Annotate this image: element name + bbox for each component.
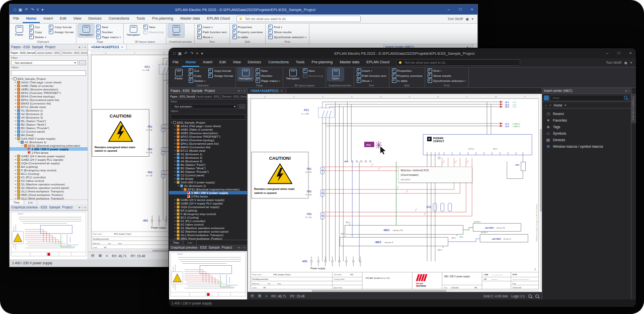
maximize-button[interactable]: □: [613, 48, 624, 58]
ribbon-button-open[interactable]: Open: [168, 24, 184, 37]
ribbon-button-new[interactable]: New: [302, 68, 324, 73]
insert-center-item-favorites[interactable]: ★Favorites: [542, 117, 631, 124]
ribbon-button-properties[interactable]: Properties: [231, 25, 264, 29]
insert-center-item-window-macros-symbol-macros[interactable]: ⊞Window macros / symbol macros: [542, 143, 631, 150]
tree-item[interactable]: ▸EPA1 (Summarized parts list): [169, 142, 247, 145]
schematic-canvas[interactable]: 01 23 45 67 89 Protected by copyright. P…: [248, 94, 542, 292]
save-icon[interactable]: ▣: [178, 51, 182, 56]
ribbon-tab-insert[interactable]: Insert: [199, 58, 215, 67]
ribbon-search-input[interactable]: [244, 17, 358, 21]
breaker-fc2[interactable]: -FC2: [426, 203, 452, 212]
undo-icon[interactable]: ↶: [184, 51, 188, 56]
ribbon-tab-connections[interactable]: Connections: [265, 58, 292, 67]
snap-icon[interactable]: +: [106, 254, 108, 258]
tree-item[interactable]: ▸EFA4 (Overview topology): [169, 138, 247, 142]
tree-item[interactable]: ▸EA (Lighting): [169, 208, 247, 212]
ribbon-button-find[interactable]: Find▾: [427, 68, 467, 73]
tree-item[interactable]: ▸EFA2 (Overview "PROFINET"): [10, 91, 88, 94]
tree-item[interactable]: ▸C2 (Control panel): [169, 173, 247, 177]
tab-list[interactable]: List: [24, 200, 37, 204]
tree-item[interactable]: ▸ETC1 (Model view): [10, 105, 88, 109]
ribbon-button-copy-format[interactable]: Copy format: [48, 25, 74, 29]
panel-close-icon[interactable]: ×: [84, 206, 86, 209]
ribbon-button-paste[interactable]: Paste: [171, 68, 187, 81]
tree-item[interactable]: ▸A1 (Enclosure 1): [10, 109, 88, 112]
ribbon-button-copy[interactable]: Copy: [28, 30, 47, 34]
insert-center-search-input[interactable]: [552, 95, 624, 100]
ribbon-tab-eplan-cloud[interactable]: EPLAN Cloud: [363, 58, 393, 67]
panel-pin-icon[interactable]: ▫: [628, 89, 629, 92]
ribbon-button-page-macro[interactable]: Page macro▾: [255, 78, 281, 83]
vertical-scrollbar[interactable]: [540, 94, 542, 290]
tab-list[interactable]: List: [184, 240, 197, 245]
ribbon-button-number[interactable]: Number: [255, 73, 281, 78]
ribbon-button-cut[interactable]: Cut: [188, 68, 206, 73]
tree-item[interactable]: ▸B2 (Station "Work"): [10, 123, 88, 126]
insert-center-item-tags[interactable]: ◈Tags: [542, 124, 631, 130]
busbar-we1[interactable]: -WE1:1 -WE1:2 -WE1 = Busbar PE: [345, 222, 463, 239]
tree-item[interactable]: ▸S2 (Machine operation control panel): [169, 230, 247, 233]
ribbon-button-move[interactable]: Move▾: [356, 78, 387, 83]
page-tab[interactable]: =GAA+A1&EFS1/1 ×: [88, 44, 127, 50]
insert-center-search[interactable]: [550, 95, 629, 101]
ribbon-tab-tools[interactable]: Tools: [292, 58, 308, 67]
ribbon-tab-connections[interactable]: Connections: [105, 15, 133, 23]
ribbon-button-open[interactable]: Open: [328, 68, 344, 81]
ribbon-tab-eplan-cloud[interactable]: EPLAN Cloud: [203, 15, 233, 23]
tree-item[interactable]: ▸EA (Lighting): [10, 165, 88, 168]
redo-icon[interactable]: ↷: [31, 8, 34, 12]
tree-item[interactable]: ▸AAB1 (Table of contents): [169, 128, 247, 131]
ribbon-button-navigator[interactable]: Navigator: [237, 68, 254, 81]
ribbon-button-navigator[interactable]: Navigator: [78, 24, 94, 37]
graphical-preview[interactable]: [10, 211, 88, 259]
tree-item[interactable]: ▸S1 (Machine operation enclosure): [10, 182, 88, 186]
ribbon-tab-file[interactable]: File: [169, 58, 182, 67]
ribbon-button-navigator[interactable]: Navigator: [125, 24, 141, 37]
layer-icon[interactable]: ▤: [91, 254, 95, 258]
tree-item[interactable]: ▸AAA1 (Title page / cover sheet): [10, 80, 88, 84]
ribbon-button-insert[interactable]: Insert▾: [196, 25, 228, 29]
tree-item[interactable]: ▸B4 (Field): [169, 177, 247, 180]
ribbon-search[interactable]: [396, 59, 520, 66]
ribbon-button-assign-format[interactable]: Assign format: [48, 30, 74, 34]
tree-item[interactable]: ▾EFS1 (Electrical engineering schematic): [10, 144, 88, 147]
ribbon-tab-tools[interactable]: Tools: [133, 15, 148, 23]
tree-item[interactable]: ▸ADB1 (Structure description): [10, 87, 88, 91]
ribbon-tab-pre-planning[interactable]: Pre-planning: [308, 58, 336, 67]
ribbon-tab-insert[interactable]: Insert: [40, 15, 56, 23]
device-pf1[interactable]: -PF1: [515, 162, 525, 171]
tree-item[interactable]: ▸GAB1 (24 V device power supply): [10, 154, 88, 158]
zoom-window-icon[interactable]: [535, 294, 539, 298]
panel-tab-layout-space-ess-sa-[interactable]: Layout space - ESS_Sa...: [195, 94, 221, 99]
panel-dropdown-icon[interactable]: ▾: [625, 89, 627, 92]
panel-close-icon[interactable]: ×: [244, 246, 246, 249]
user-chip[interactable]: Tom Wolff ☻ ▾: [606, 58, 636, 67]
titlebar[interactable]: □ ▣ ↶ ↷ ≡ ▾ EPLAN Electric P8 2023 - E:\…: [10, 5, 477, 15]
tree-item[interactable]: ▸C2 (Control panel): [10, 130, 88, 133]
ribbon-button-show-results[interactable]: Show results: [267, 30, 307, 34]
ribbon-button-copy[interactable]: Copy: [188, 73, 206, 78]
horizontal-scrollbar[interactable]: [248, 290, 540, 292]
tree-item[interactable]: ▸B1 (Station "Feed"): [10, 119, 88, 123]
grid-size[interactable]: Grid C: 4.00 mm: [484, 294, 508, 298]
ribbon-button-paste[interactable]: Paste: [11, 24, 27, 37]
caution-note[interactable]: CAUTION! Remains energized when main swi…: [92, 110, 149, 157]
ribbon-button-measuring[interactable]: Measuring: [142, 30, 165, 34]
save-icon[interactable]: ▣: [19, 8, 23, 12]
insert-center-header[interactable]: Insert center (NEC) ▾ ▫: [542, 88, 631, 94]
tree-item[interactable]: ▸F (Emergency-stop control): [169, 212, 247, 216]
tree-item[interactable]: ▸GAB1 (24 V device power supply): [169, 198, 247, 201]
power-supply-device[interactable]: P PHOENIX CONTACT OUTPUT INPUT: [423, 134, 532, 159]
ribbon-button-properties[interactable]: Properties: [391, 68, 424, 73]
tree-item[interactable]: ▸F (Emergency-stop control): [10, 168, 88, 172]
refresh-icon[interactable]: ≡: [37, 8, 39, 12]
ribbon-tab-edit[interactable]: Edit: [56, 15, 70, 23]
ribbon-button-page-macro[interactable]: Page macro▾: [95, 35, 122, 39]
tree-item[interactable]: ▾EFS1 (Electrical engineering schematic): [169, 187, 247, 191]
tab-tree[interactable]: Tree: [10, 200, 24, 204]
ribbon-search[interactable]: [236, 16, 361, 22]
caution-note[interactable]: CAUTION! Remains energized when main swi…: [252, 152, 308, 198]
value-input[interactable]: [171, 114, 246, 120]
insert-center-item-symbols[interactable]: ▭Symbols: [542, 130, 631, 137]
ribbon-button-new[interactable]: New: [142, 25, 165, 29]
